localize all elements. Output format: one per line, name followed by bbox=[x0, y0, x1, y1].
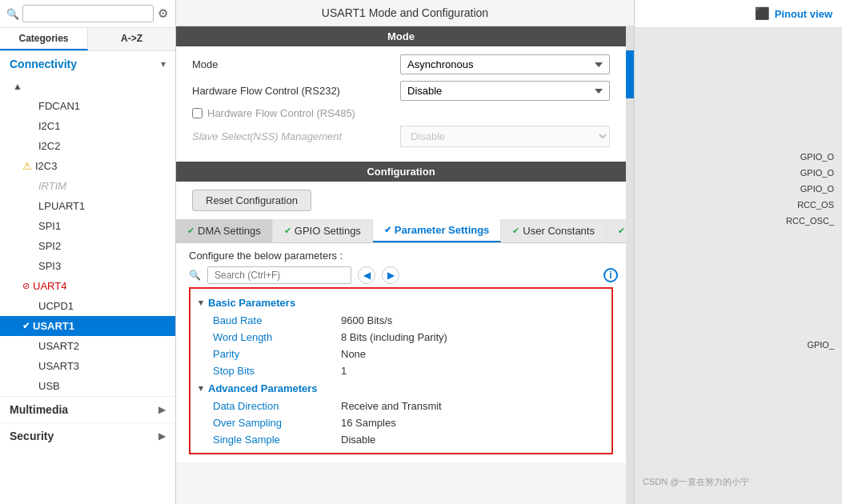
connectivity-title: Connectivity bbox=[10, 58, 77, 70]
sidebar-item-i2c1[interactable]: I2C1 bbox=[0, 116, 175, 136]
param-value: 16 Samples bbox=[341, 417, 396, 429]
param-name: Data Direction bbox=[213, 400, 341, 412]
sidebar-item-label: I2C3 bbox=[35, 160, 57, 172]
config-scrollbar[interactable] bbox=[626, 26, 634, 504]
param-name: Word Length bbox=[213, 331, 341, 343]
sidebar-item-fdcan1[interactable]: FDCAN1 bbox=[0, 96, 175, 116]
hw-flow-rs232-label: Hardware Flow Control (RS232) bbox=[192, 85, 400, 97]
sidebar-item-label: I2C1 bbox=[38, 120, 60, 132]
sidebar-item-spi3[interactable]: SPI3 bbox=[0, 256, 175, 276]
param-value: Disable bbox=[341, 434, 375, 446]
basic-params-header[interactable]: ▾ Basic Parameters bbox=[190, 294, 611, 312]
param-settings-content: Configure the below parameters : 🔍 ◀ ▶ i bbox=[176, 243, 626, 462]
tab-categories[interactable]: Categories bbox=[0, 28, 88, 50]
sidebar-item-uart4[interactable]: ⊘ UART4 bbox=[0, 276, 175, 296]
slave-select-label: Slave Select(NSS) Management bbox=[192, 130, 400, 142]
tab-dma-settings[interactable]: ✔ DMA Settings bbox=[176, 219, 273, 242]
category-security[interactable]: Security ▶ bbox=[0, 422, 175, 449]
tab-parameter-settings[interactable]: ✔ Parameter Settings bbox=[373, 219, 502, 242]
tab-label: GPIO Settings bbox=[295, 225, 361, 237]
sidebar-item-label: FDCAN1 bbox=[38, 100, 80, 112]
gear-icon[interactable]: ⚙ bbox=[157, 6, 169, 22]
param-name: Parity bbox=[213, 348, 341, 360]
param-row-parity: Parity None bbox=[190, 346, 611, 362]
tab-bar: ✔ DMA Settings ✔ GPIO Settings ✔ Paramet… bbox=[176, 219, 626, 243]
sidebar-item-usb[interactable]: USB bbox=[0, 376, 175, 396]
advanced-params-header[interactable]: ▾ Advanced Parameters bbox=[190, 379, 611, 398]
hw-flow-rs232-row: Hardware Flow Control (RS232) Disable bbox=[192, 81, 610, 101]
sidebar-item-i2c3[interactable]: ⚠ I2C3 bbox=[0, 156, 175, 176]
param-row-single-sample: Single Sample Disable bbox=[190, 431, 611, 448]
sidebar: 🔍 ⚙ Categories A->Z Connectivity ▾ ▲ FDC… bbox=[0, 0, 176, 504]
tab-label: Parameter Settings bbox=[395, 224, 490, 236]
slave-select-select: Disable bbox=[400, 126, 610, 147]
param-name: Over Sampling bbox=[213, 417, 341, 429]
param-tree: ▾ Basic Parameters Baud Rate 9600 Bits/s… bbox=[189, 287, 613, 454]
category-multimedia[interactable]: Multimedia ▶ bbox=[0, 396, 175, 422]
config-scroll-area: Mode Mode Asynchronous Hardware Flow Con… bbox=[176, 26, 626, 504]
sidebar-tabs: Categories A->Z bbox=[0, 28, 175, 51]
param-row-over-sampling: Over Sampling 16 Samples bbox=[190, 414, 611, 431]
sidebar-item-spi1[interactable]: SPI1 bbox=[0, 216, 175, 236]
sidebar-item-label: SPI2 bbox=[38, 240, 61, 252]
hw-flow-rs485-row: Hardware Flow Control (RS485) bbox=[192, 107, 610, 119]
slave-select-row: Slave Select(NSS) Management Disable bbox=[192, 126, 610, 147]
reset-btn-row: Reset Configuration bbox=[176, 182, 626, 219]
tab-user-constants[interactable]: ✔ User Constants bbox=[501, 219, 607, 242]
right-panel: ⬛ Pinout view GPIO_O GPIO_O GPIO_O RCC_O… bbox=[634, 0, 842, 504]
security-title: Security bbox=[10, 430, 54, 442]
pinout-title: Pinout view bbox=[775, 8, 832, 20]
param-value: 1 bbox=[341, 365, 347, 377]
search-input[interactable] bbox=[22, 5, 154, 22]
pin-label-5: RCC_OSC_ bbox=[786, 216, 834, 226]
next-search-button[interactable]: ▶ bbox=[382, 266, 399, 284]
reset-config-button[interactable]: Reset Configuration bbox=[192, 190, 311, 211]
hw-flow-rs485-checkbox[interactable] bbox=[192, 108, 202, 118]
sidebar-item-usart1[interactable]: ✔ USART1 bbox=[0, 316, 175, 336]
sidebar-item-spi2[interactable]: SPI2 bbox=[0, 236, 175, 256]
tab-az[interactable]: A->Z bbox=[88, 28, 175, 50]
scrollbar-thumb bbox=[626, 50, 634, 98]
sidebar-item-label: UCPD1 bbox=[38, 300, 74, 312]
sidebar-item-lpuart1[interactable]: LPUART1 bbox=[0, 196, 175, 216]
mode-label: Mode bbox=[192, 58, 400, 70]
sidebar-item-label: SPI3 bbox=[38, 260, 61, 272]
tab-label: User Constants bbox=[523, 225, 595, 237]
mode-row: Mode Asynchronous bbox=[192, 54, 610, 74]
param-value: Receive and Transmit bbox=[341, 400, 442, 412]
check-icon: ✔ bbox=[187, 226, 194, 236]
csdn-watermark: CSDN @一直在努力的小宁 bbox=[643, 476, 749, 488]
prev-search-button[interactable]: ◀ bbox=[358, 266, 375, 284]
mode-section-header: Mode bbox=[176, 26, 626, 46]
sidebar-item-i2c2[interactable]: I2C2 bbox=[0, 136, 175, 156]
sidebar-item-label: LPUART1 bbox=[38, 200, 85, 212]
check-icon: ✔ bbox=[618, 226, 625, 236]
config-section: Reset Configuration ✔ DMA Settings ✔ GPI… bbox=[176, 182, 626, 462]
pin-label-4: RCC_OS bbox=[797, 200, 834, 210]
sidebar-item-irtim[interactable]: IRTIM bbox=[0, 176, 175, 196]
category-connectivity[interactable]: Connectivity ▾ bbox=[0, 51, 175, 77]
param-row-stop-bits: Stop Bits 1 bbox=[190, 362, 611, 379]
check-icon: ✔ bbox=[22, 321, 30, 331]
sidebar-item-label: USART3 bbox=[38, 360, 79, 372]
pin-label-2: GPIO_O bbox=[800, 168, 834, 178]
sidebar-item-usart3[interactable]: USART3 bbox=[0, 356, 175, 376]
hw-flow-rs232-select[interactable]: Disable bbox=[400, 81, 610, 101]
multimedia-title: Multimedia bbox=[10, 403, 68, 416]
mode-select[interactable]: Asynchronous bbox=[400, 54, 610, 74]
pin-label-3: GPIO_O bbox=[800, 184, 834, 194]
chevron-right-icon: ▶ bbox=[158, 430, 166, 442]
tab-label: DMA Settings bbox=[198, 225, 261, 237]
chevron-right-icon: ▶ bbox=[158, 404, 166, 415]
sidebar-item-ucpd1[interactable]: UCPD1 bbox=[0, 296, 175, 316]
param-search-row: 🔍 ◀ ▶ i bbox=[184, 266, 618, 284]
tab-gpio-settings[interactable]: ✔ GPIO Settings bbox=[273, 219, 373, 242]
advanced-params-title: Advanced Parameters bbox=[208, 382, 318, 394]
mode-section: Mode Asynchronous Hardware Flow Control … bbox=[176, 46, 626, 162]
pin-label-1: GPIO_O bbox=[800, 152, 834, 162]
tab-nvic-settings[interactable]: ✔ NVIC Settings bbox=[607, 219, 626, 242]
param-search-input[interactable] bbox=[207, 266, 351, 284]
basic-params-title: Basic Parameters bbox=[208, 297, 295, 309]
pinout-icon: ⬛ bbox=[755, 6, 770, 21]
sidebar-item-usart2[interactable]: USART2 bbox=[0, 336, 175, 356]
